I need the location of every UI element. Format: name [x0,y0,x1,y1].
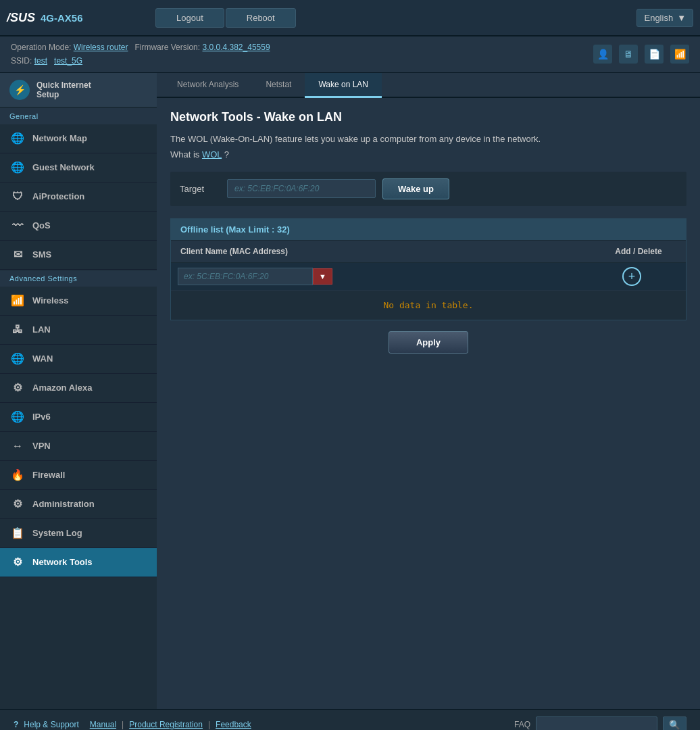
help-support-label: Help & Support [24,720,78,729]
sidebar-item-label-ipv6: IPv6 [32,412,51,422]
target-label: Target [180,184,220,194]
reboot-button[interactable]: Reboot [226,8,296,28]
sidebar-item-label-firewall: Firewall [32,470,65,480]
logo-area: /SUS 4G-AX56 [7,11,155,25]
offline-input-row: ▼ + [171,263,686,291]
dropdown-button[interactable]: ▼ [313,268,332,285]
footer: ? Help & Support Manual | Product Regist… [0,709,700,730]
vpn-icon: ↔ [9,438,26,454]
ssid-5g[interactable]: test_5G [54,56,82,66]
guest-network-icon: 🌐 [9,160,26,176]
quick-setup-icon: ⚡ [9,80,30,100]
product-registration-link[interactable]: Product Registration [129,720,203,729]
target-input[interactable] [227,179,376,198]
top-bar: /SUS 4G-AX56 Logout Reboot English ▼ [0,0,700,36]
qos-icon: 〰 [9,218,26,234]
language-selector[interactable]: English ▼ [636,9,693,27]
offline-add-btn: + [584,267,679,286]
aiprotection-icon: 🛡 [9,189,26,205]
no-data-row: No data in table. [171,291,686,320]
sidebar-item-label-network-map: Network Map [32,133,87,143]
sidebar-item-label-lan: LAN [32,324,51,335]
sidebar-item-wireless[interactable]: 📶 Wireless [0,287,157,316]
wol-link[interactable]: WOL [202,149,222,160]
model-name: 4G-AX56 [41,12,83,24]
language-label: English [644,13,673,23]
sidebar-item-system-log[interactable]: 📋 System Log [0,519,157,548]
sidebar-item-label-vpn: VPN [32,441,51,451]
sidebar-item-label-network-tools: Network Tools [32,557,93,567]
system-log-icon: 📋 [9,525,26,541]
sidebar-item-wan[interactable]: 🌐 WAN [0,345,157,374]
operation-mode-value[interactable]: Wireless router [74,43,128,52]
content-area: Network Analysis Netstat Wake on LAN Net… [157,73,700,709]
quick-internet-setup[interactable]: ⚡ Quick InternetSetup [0,73,157,107]
sidebar-item-label-amazon-alexa: Amazon Alexa [32,383,92,393]
sidebar-item-sms[interactable]: ✉ SMS [0,241,157,270]
info-left: Operation Mode: Wireless router Firmware… [11,41,270,68]
faq-search-input[interactable] [536,716,657,730]
client-name-header: Client Name (MAC Address) [171,241,591,262]
sidebar-item-vpn[interactable]: ↔ VPN [0,432,157,461]
firmware-label: Firmware Version: [134,43,200,52]
network-map-icon: 🌐 [9,130,26,147]
tab-netstat[interactable]: Netstat [252,73,305,98]
add-delete-header: Add / Delete [591,241,686,262]
feedback-link[interactable]: Feedback [216,720,251,729]
wan-icon: 🌐 [9,351,26,367]
firmware-value[interactable]: 3.0.0.4.382_45559 [202,43,270,52]
sidebar-item-firewall[interactable]: 🔥 Firewall [0,461,157,490]
sidebar-item-ipv6[interactable]: 🌐 IPv6 [0,403,157,432]
wake-up-button[interactable]: Wake up [382,178,449,199]
sidebar-item-network-tools[interactable]: ⚙ Network Tools [0,548,157,577]
sidebar-item-label-aiprotection: AiProtection [32,191,84,201]
quick-setup-label: Quick InternetSetup [36,80,91,99]
signal-icon[interactable]: 📶 [670,45,689,64]
operation-mode-label: Operation Mode: [11,43,71,52]
apply-button[interactable]: Apply [389,331,468,354]
logout-button[interactable]: Logout [155,8,224,28]
sidebar-item-administration[interactable]: ⚙ Administration [0,490,157,519]
offline-list-header: Offline list (Max Limit : 32) [171,219,686,241]
add-record-button[interactable]: + [622,267,641,286]
ssid-label: SSID: [11,56,32,66]
firewall-icon: 🔥 [9,467,26,483]
amazon-alexa-icon: ⚙ [9,380,26,396]
sidebar-item-aiprotection[interactable]: 🛡 AiProtection [0,182,157,212]
footer-left: ? Help & Support Manual | Product Regist… [14,720,251,729]
sidebar: ⚡ Quick InternetSetup General 🌐 Network … [0,73,157,709]
mac-address-input[interactable] [178,268,313,285]
doc-icon[interactable]: 📄 [645,45,664,64]
faq-label: FAQ [514,720,530,729]
tab-network-analysis[interactable]: Network Analysis [164,73,252,98]
chevron-down-icon: ▼ [677,13,686,23]
page-title: Network Tools - Wake on LAN [170,110,686,124]
sidebar-item-qos[interactable]: 〰 QoS [0,212,157,241]
faq-search-button[interactable]: 🔍 [663,716,686,730]
what-is-text: What is [170,149,199,160]
sidebar-item-network-map[interactable]: 🌐 Network Map [0,124,157,153]
network-tools-icon: ⚙ [9,554,26,570]
ssid-2g[interactable]: test [34,56,47,66]
sidebar-item-label-qos: QoS [32,220,51,230]
content-inner: Network Tools - Wake on LAN The WOL (Wak… [157,98,700,709]
monitor-icon[interactable]: 🖥 [619,45,638,64]
offline-list-container: Offline list (Max Limit : 32) Client Nam… [170,218,686,320]
footer-pipe-2: | [208,720,210,729]
page-description: The WOL (Wake-On-LAN) feature lets you w… [170,134,686,144]
sidebar-item-amazon-alexa[interactable]: ⚙ Amazon Alexa [0,374,157,403]
tab-wake-on-lan[interactable]: Wake on LAN [305,73,382,98]
sms-icon: ✉ [9,247,26,263]
sidebar-item-label-administration: Administration [32,499,95,509]
manual-link[interactable]: Manual [90,720,116,729]
footer-right: FAQ 🔍 [514,716,686,730]
user-icon[interactable]: 👤 [593,45,612,64]
administration-icon: ⚙ [9,496,26,512]
general-section-label: General [0,107,157,124]
sidebar-item-lan[interactable]: 🖧 LAN [0,316,157,345]
help-icon: ? [14,720,18,729]
top-nav: Logout Reboot [155,8,636,28]
sidebar-item-guest-network[interactable]: 🌐 Guest Network [0,153,157,182]
asus-logo: /SUS [7,11,35,25]
offline-input-wrap: ▼ [178,268,584,285]
